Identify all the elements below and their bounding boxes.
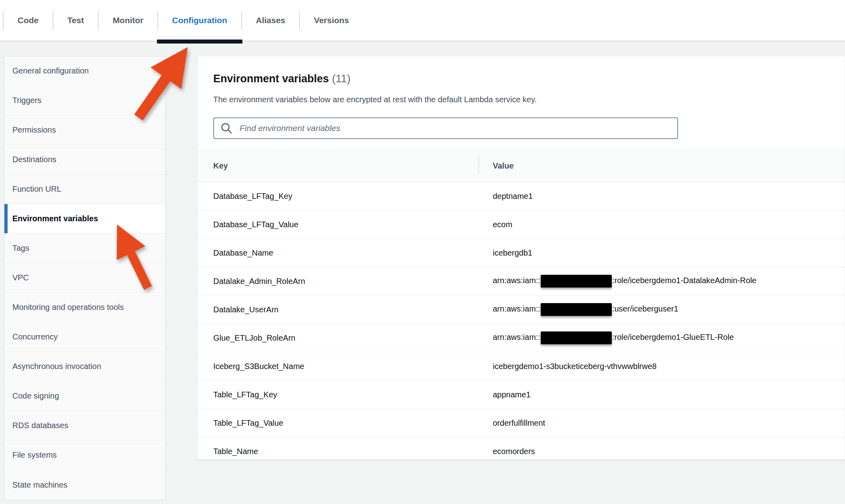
function-tab-bar: Code Test Monitor Configuration Aliases … [0, 0, 845, 42]
sidebar-item-asynchronous-invocation[interactable]: Asynchronous invocation [4, 352, 165, 381]
sidebar-item-label: Destinations [12, 155, 56, 164]
env-var-value-prefix: arn:aws:iam:: [493, 333, 540, 341]
env-var-value-prefix: icebergdb1 [493, 248, 532, 257]
table-row: Iceberg_S3Bucket_Name icebergdemo1-s3buc… [198, 352, 845, 381]
env-var-value-prefix: icebergdemo1-s3bucketiceberg-vthvwwblrwe… [493, 362, 657, 371]
sidebar-item-function-url[interactable]: Function URL [4, 175, 165, 204]
table-row: Database_LFTag_Key deptname1 [198, 182, 845, 210]
redacted-account-id [541, 331, 612, 344]
table-row: Datalake_Admin_RoleArn arn:aws:iam:::rol… [198, 267, 845, 296]
sidebar-item-label: Triggers [12, 96, 42, 105]
sidebar-item-file-systems[interactable]: File systems [4, 441, 165, 470]
env-var-value-prefix: ecomorders [493, 447, 535, 456]
env-var-value: deptname1 [478, 192, 845, 201]
sidebar-item-code-signing[interactable]: Code signing [4, 381, 165, 411]
environment-variables-panel: Environment variables(11) The environmen… [197, 56, 845, 460]
sidebar-item-tags[interactable]: Tags [4, 234, 165, 263]
table-row: Table_Name ecomorders [198, 437, 845, 460]
sidebar-item-rds-databases[interactable]: RDS databases [4, 411, 165, 441]
table-row: Datalake_UserArn arn:aws:iam:::user/iceb… [198, 296, 845, 324]
sidebar-item-label: Concurrency [12, 332, 58, 341]
panel-title-text: Environment variables [213, 73, 329, 85]
search-icon [220, 122, 232, 134]
sidebar-item-destinations[interactable]: Destinations [4, 145, 165, 175]
env-var-key: Database_Name [198, 248, 478, 258]
redacted-account-id [541, 303, 612, 316]
env-var-key: Table_LFTag_Key [198, 390, 478, 399]
env-var-value-suffix: :role/icebergdemo1-DatalakeAdmin-Role [612, 276, 756, 285]
sidebar-item-vpc[interactable]: VPC [4, 263, 165, 293]
env-var-value: arn:aws:iam:::user/iceberguser1 [478, 303, 845, 316]
env-var-value-prefix: arn:aws:iam:: [493, 304, 540, 313]
env-var-value: orderfulfillment [478, 419, 845, 428]
sidebar-item-monitoring-and-operations-tools[interactable]: Monitoring and operations tools [4, 293, 165, 322]
tab-monitor[interactable]: Monitor [98, 0, 158, 41]
tab-label: Versions [314, 0, 349, 41]
env-var-value: icebergdemo1-s3bucketiceberg-vthvwwblrwe… [478, 362, 845, 371]
table-row: Database_LFTag_Value ecom [198, 210, 845, 239]
sidebar-item-label: Code signing [12, 391, 59, 401]
sidebar-item-environment-variables[interactable]: Environment variables [4, 204, 165, 234]
env-var-value-prefix: arn:aws:iam:: [493, 276, 540, 285]
table-row: Table_LFTag_Key appname1 [198, 381, 845, 409]
sidebar-item-label: RDS databases [12, 421, 68, 430]
env-var-value-suffix: :user/iceberguser1 [612, 304, 678, 313]
tab-configuration[interactable]: Configuration [158, 0, 242, 41]
table-body: Database_LFTag_Key deptname1 Database_LF… [198, 182, 845, 460]
env-var-value-prefix: ecom [493, 220, 512, 229]
tab-label: Configuration [172, 0, 227, 41]
table-header-row: Key Value [198, 150, 845, 182]
sidebar-item-label: VPC [12, 273, 29, 282]
sidebar-item-label: General configuration [12, 66, 89, 75]
column-header-key: Key [198, 161, 478, 171]
env-var-value-prefix: deptname1 [493, 192, 533, 200]
tab-label: Aliases [256, 0, 286, 41]
sidebar-item-triggers[interactable]: Triggers [4, 86, 165, 115]
env-var-key: Datalake_UserArn [198, 305, 478, 314]
env-var-key: Table_Name [198, 447, 478, 456]
env-var-key: Table_LFTag_Value [198, 419, 478, 428]
env-var-key: Database_LFTag_Key [198, 192, 478, 201]
tab-aliases[interactable]: Aliases [242, 0, 300, 41]
env-var-key: Iceberg_S3Bucket_Name [198, 362, 478, 371]
sidebar-item-label: Permissions [12, 125, 56, 135]
tab-versions[interactable]: Versions [300, 0, 363, 41]
env-var-key: Database_LFTag_Value [198, 220, 478, 229]
tab-test[interactable]: Test [53, 0, 99, 41]
env-var-value: ecomorders [478, 447, 845, 456]
sidebar-item-label: Function URL [12, 185, 61, 194]
sidebar-item-general-configuration[interactable]: General configuration [4, 56, 165, 86]
sidebar-item-state-machines[interactable]: State machines [4, 470, 165, 500]
env-var-value: arn:aws:iam:::role/icebergdemo1-Datalake… [478, 275, 845, 288]
env-var-value: ecom [478, 220, 845, 229]
tab-code[interactable]: Code [3, 0, 53, 41]
redacted-account-id [541, 275, 612, 288]
table-row: Database_Name icebergdb1 [198, 239, 845, 267]
table-row: Glue_ETLJob_RoleArn arn:aws:iam:::role/i… [198, 324, 845, 352]
env-var-key: Glue_ETLJob_RoleArn [198, 333, 478, 343]
configuration-sidebar: General configuration Triggers Permissio… [4, 56, 166, 500]
search-box[interactable] [213, 117, 678, 139]
tab-label: Test [67, 0, 84, 41]
sidebar-item-label: Monitoring and operations tools [12, 303, 124, 312]
search-input[interactable] [239, 123, 671, 133]
sidebar-item-label: Tags [12, 244, 29, 253]
sidebar-item-concurrency[interactable]: Concurrency [4, 322, 165, 352]
sidebar-item-label: Asynchronous invocation [12, 362, 101, 371]
env-var-value-prefix: orderfulfillment [493, 419, 545, 427]
env-var-key: Datalake_Admin_RoleArn [198, 277, 478, 286]
env-var-value: icebergdb1 [478, 248, 845, 258]
env-variables-table: Key Value Database_LFTag_Key deptname1 D… [198, 150, 845, 460]
active-item-indicator [4, 204, 8, 233]
lambda-function-configuration-page: Code Test Monitor Configuration Aliases … [0, 0, 845, 504]
tab-label: Code [18, 0, 39, 41]
env-var-value: appname1 [478, 390, 845, 399]
column-header-value: Value [478, 161, 845, 171]
sidebar-item-label: State machines [12, 480, 67, 490]
env-var-value: arn:aws:iam:::role/icebergdemo1-GlueETL-… [478, 331, 845, 344]
sidebar-item-permissions[interactable]: Permissions [4, 115, 165, 145]
tab-label: Monitor [113, 0, 143, 41]
env-var-value-prefix: appname1 [493, 390, 531, 399]
item-count-badge: (11) [332, 73, 351, 85]
sidebar-item-label: File systems [12, 450, 57, 460]
